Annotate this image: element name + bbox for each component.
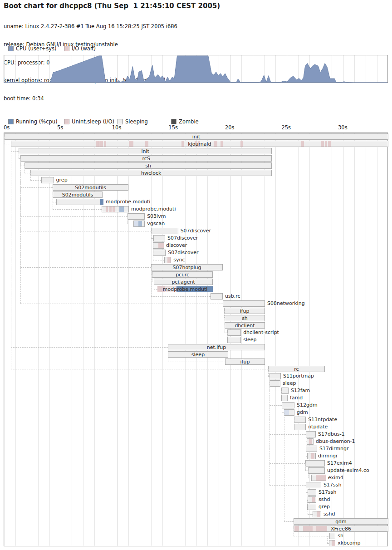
process-label: sleep: [191, 352, 205, 358]
process-bar-update-exim4.co: [308, 467, 325, 474]
process-label: rc: [294, 366, 299, 372]
process-label: init: [192, 134, 200, 140]
process-label: update-exim4.co: [327, 467, 369, 474]
proc-legend-item: Running (%cpu): [8, 118, 58, 125]
process-bar-S07discover: [153, 235, 165, 241]
process-label: sleep: [283, 380, 296, 387]
process-bar-S17ssh: [308, 489, 316, 496]
axis-tick-label: 30s: [338, 124, 348, 131]
tree-connector: [308, 514, 313, 515]
io-wait-segment: [99, 141, 103, 147]
process-label: S02modutils: [75, 185, 106, 191]
io-wait-segment: [321, 141, 324, 147]
tree-connector-vertical: [305, 463, 306, 471]
boot-time-line: boot time: 0:34: [4, 96, 177, 102]
process-bar-S12gdm: [282, 402, 294, 408]
process-bar-dirmngr: [307, 453, 316, 459]
tree-connector: [20, 267, 151, 268]
io-wait-segment: [316, 475, 326, 481]
tree-connector: [11, 151, 19, 152]
tree-connector-vertical: [20, 158, 21, 304]
tree-connector: [20, 304, 223, 304]
tree-connector-vertical: [268, 369, 269, 376]
process-bar-sh: [329, 533, 335, 539]
tree-connector: [168, 362, 225, 362]
process-bar-ntpdate: [294, 424, 306, 430]
io-wait-segment: [104, 141, 106, 147]
process-label: modprobe.moduti: [131, 206, 176, 213]
tree-connector-vertical: [24, 166, 25, 173]
process-bar-sshd: [313, 511, 321, 517]
tree-connector-vertical: [270, 434, 270, 449]
proc-legend-swatch-icon: [8, 119, 14, 124]
cpu-usage-chart: [4, 55, 388, 83]
process-bar-XFree86: XFree86: [294, 525, 388, 532]
tree-connector-vertical: [284, 412, 284, 521]
tree-connector: [270, 405, 282, 406]
proc-legend-label: Unint.sleep (I/O): [72, 118, 114, 125]
process-bar-exim4: [311, 475, 326, 481]
proc-legend-label: Running (%cpu): [16, 118, 58, 125]
tree-connector-vertical: [270, 420, 270, 434]
proc-legend-item: Sleeping: [118, 118, 148, 125]
tree-connector: [20, 187, 53, 188]
tree-connector-vertical: [19, 151, 19, 158]
tree-connector-vertical: [327, 536, 328, 543]
cpu-legend-label: I/O (wait): [72, 45, 96, 52]
process-label: pci.rc: [176, 272, 189, 278]
page-title: Boot chart for dhcppc8 (Thu Sep 1 21:45:…: [4, 2, 220, 10]
process-bar-modprobe.moduti: [56, 199, 103, 205]
process-bar-sleep: sleep: [168, 351, 228, 358]
io-wait-segment: [309, 439, 312, 444]
process-label: S07discover: [168, 249, 198, 256]
tree-connector-vertical: [53, 202, 53, 209]
io-wait-segment: [181, 141, 184, 147]
cpu-legend-item: I/O (wait): [64, 45, 96, 52]
cpu-area-polygon: [4, 56, 387, 83]
tree-connector: [153, 260, 164, 260]
cpu-legend-item: CPU (user+sys): [8, 45, 57, 52]
tree-connector-vertical: [270, 463, 270, 485]
tree-connector: [24, 173, 30, 173]
io-wait-segment: [294, 526, 299, 531]
running-segment: [100, 199, 103, 205]
io-wait-segment: [220, 141, 223, 147]
process-bar-kjournald: kjournald: [11, 141, 388, 147]
tree-connector-vertical: [127, 216, 128, 224]
proc-legend-swatch-icon: [171, 119, 176, 124]
process-label: dhclient: [235, 323, 255, 329]
process-bar-S12fam: [281, 388, 289, 394]
process-bar-sh: sh: [225, 315, 265, 321]
proc-legend-label: Sleeping: [125, 118, 148, 125]
cpu-chart-legend: CPU (user+sys)I/O (wait): [4, 45, 385, 52]
tree-connector-vertical: [11, 144, 11, 369]
process-bar-net.ifup: net.ifup: [168, 344, 265, 350]
tree-connector-vertical: [53, 195, 53, 202]
process-label: rcS: [142, 156, 150, 162]
process-bar-sshd: [308, 496, 316, 503]
process-label: dhclient-script: [243, 329, 279, 336]
tree-connector: [270, 463, 305, 464]
process-bar-rc: rc: [268, 366, 325, 372]
process-bar-ifup: ifup: [225, 358, 265, 365]
process-label: S17ssh: [318, 489, 336, 496]
process-bar-dhclient: dhclient: [225, 322, 265, 329]
process-bar-init: init: [19, 148, 272, 154]
process-label: xkbcomp: [338, 540, 360, 547]
io-wait-segment: [325, 141, 327, 147]
tree-connector-vertical: [270, 391, 270, 405]
io-wait-segment: [313, 526, 316, 531]
io-wait-segment: [145, 141, 148, 147]
tree-connector-vertical: [308, 471, 309, 478]
process-bar-S03lvm: [127, 213, 145, 220]
process-label: S17dirmngr: [319, 445, 349, 452]
io-wait-segment: [167, 257, 171, 263]
tree-connector-vertical: [154, 282, 154, 289]
tree-connector: [11, 347, 168, 348]
tree-connector-vertical: [30, 173, 31, 180]
tree-connector: [53, 202, 56, 202]
proc-legend-swatch-icon: [118, 119, 123, 124]
process-bar-modprobe.moduti: [102, 206, 129, 212]
tree-connector-vertical: [151, 267, 152, 296]
process-label: modprobe.moduti: [163, 286, 207, 292]
